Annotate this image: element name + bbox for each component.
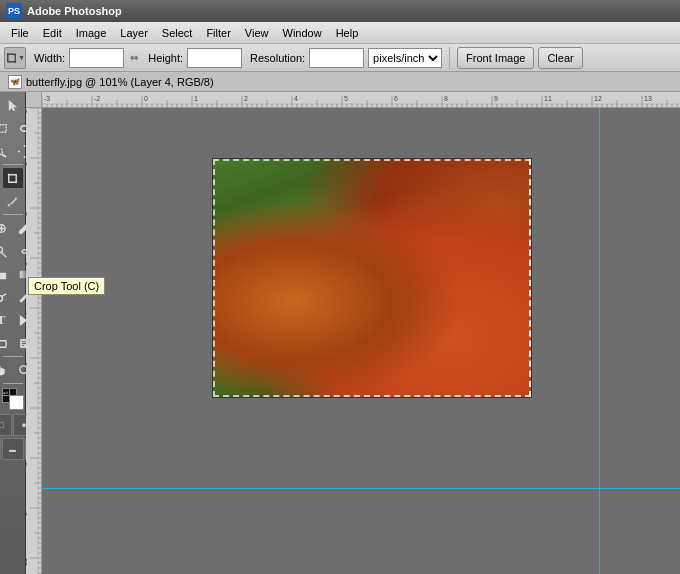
svg-text:4: 4 bbox=[26, 312, 28, 316]
svg-text:1: 1 bbox=[194, 95, 198, 102]
eraser-tool[interactable] bbox=[0, 263, 12, 285]
resolution-label: Resolution: bbox=[250, 52, 305, 64]
screen-mode-full-menu[interactable]: ▬ bbox=[2, 438, 24, 460]
svg-rect-15 bbox=[0, 272, 6, 279]
svg-rect-20 bbox=[0, 340, 6, 347]
screen-mode-standard[interactable]: ▭ bbox=[0, 438, 1, 460]
height-label: Height: bbox=[148, 52, 183, 64]
svg-marker-0 bbox=[9, 99, 17, 110]
svg-text:1: 1 bbox=[26, 212, 28, 216]
tool-preset-picker[interactable]: ▼ bbox=[4, 47, 26, 69]
menu-select[interactable]: Select bbox=[155, 25, 200, 41]
menu-view[interactable]: View bbox=[238, 25, 276, 41]
default-colors-icon[interactable]: ↩ bbox=[2, 388, 10, 396]
svg-text:6: 6 bbox=[394, 95, 398, 102]
crop-tool[interactable] bbox=[2, 167, 24, 189]
svg-text:5: 5 bbox=[344, 95, 348, 102]
move-tool[interactable] bbox=[2, 94, 24, 116]
svg-line-18 bbox=[1, 293, 6, 296]
svg-text:13: 13 bbox=[644, 95, 652, 102]
background-color[interactable] bbox=[9, 395, 24, 410]
svg-text:11: 11 bbox=[544, 95, 552, 102]
tool-separator-2 bbox=[3, 214, 23, 215]
marquee-rect-tool[interactable] bbox=[0, 117, 12, 139]
titlebar: PS Adobe Photoshop bbox=[0, 0, 680, 22]
tool-separator bbox=[3, 164, 23, 165]
height-input[interactable] bbox=[187, 48, 242, 68]
resolution-input[interactable] bbox=[309, 48, 364, 68]
hand-tool[interactable] bbox=[0, 359, 12, 381]
svg-point-3 bbox=[0, 148, 2, 154]
svg-point-13 bbox=[18, 230, 22, 234]
svg-text:-2: -2 bbox=[94, 95, 100, 102]
menu-filter[interactable]: Filter bbox=[199, 25, 237, 41]
menu-help[interactable]: Help bbox=[329, 25, 366, 41]
horizontal-ruler: // Will be drawn via JS below -3-2012456… bbox=[42, 92, 680, 108]
toolbar: T ↩ bbox=[0, 92, 26, 574]
svg-text:-3: -3 bbox=[44, 95, 50, 102]
type-icon: T bbox=[0, 312, 5, 328]
svg-text:2: 2 bbox=[244, 95, 248, 102]
healing-brush-tool[interactable] bbox=[0, 217, 12, 239]
svg-text:9: 9 bbox=[494, 95, 498, 102]
svg-text:9: 9 bbox=[26, 512, 28, 516]
clone-stamp-tool[interactable] bbox=[0, 240, 12, 262]
svg-text:0: 0 bbox=[144, 95, 148, 102]
vertical-ruler: -1013457891112 bbox=[26, 108, 42, 574]
svg-text:7: 7 bbox=[26, 412, 28, 416]
svg-text:3: 3 bbox=[26, 262, 28, 266]
eyedropper-tool[interactable] bbox=[2, 190, 24, 212]
menu-image[interactable]: Image bbox=[69, 25, 114, 41]
resolution-unit-select[interactable]: pixels/inch pixels/cm bbox=[368, 48, 442, 68]
svg-text:5: 5 bbox=[26, 362, 28, 366]
standard-mode[interactable]: □ bbox=[0, 414, 12, 436]
color-picker[interactable]: ↩ bbox=[2, 388, 24, 412]
doc-tab-title: butterfly.jpg @ 101% (Layer 4, RGB/8) bbox=[26, 76, 214, 88]
svg-text:8: 8 bbox=[26, 462, 28, 466]
menu-window[interactable]: Window bbox=[276, 25, 329, 41]
svg-line-4 bbox=[1, 154, 6, 157]
tool-separator-3 bbox=[3, 356, 23, 357]
svg-text:12: 12 bbox=[594, 95, 602, 102]
menu-layer[interactable]: Layer bbox=[113, 25, 155, 41]
shape-tool[interactable] bbox=[0, 332, 12, 354]
svg-text:11: 11 bbox=[26, 558, 28, 566]
quick-selection-tool[interactable] bbox=[0, 140, 12, 162]
type-tool[interactable]: T bbox=[0, 309, 12, 331]
tool-separator-4 bbox=[3, 383, 23, 384]
dodge-tool[interactable] bbox=[0, 286, 12, 308]
options-bar: ▼ Width: ⇔ Height: Resolution: pixels/in… bbox=[0, 44, 680, 72]
front-image-button[interactable]: Front Image bbox=[457, 47, 534, 69]
document-tab[interactable]: 🦋 butterfly.jpg @ 101% (Layer 4, RGB/8) bbox=[0, 72, 680, 92]
doc-tab-icon: 🦋 bbox=[8, 75, 22, 89]
menubar: File Edit Image Layer Select Filter View… bbox=[0, 22, 680, 44]
app-title: Adobe Photoshop bbox=[27, 5, 122, 17]
menu-file[interactable]: File bbox=[4, 25, 36, 41]
clear-button[interactable]: Clear bbox=[538, 47, 582, 69]
svg-text:4: 4 bbox=[294, 95, 298, 102]
svg-rect-1 bbox=[0, 124, 6, 131]
main-area: T ↩ bbox=[0, 92, 680, 574]
canvas-background[interactable] bbox=[42, 108, 680, 574]
svg-text:8: 8 bbox=[444, 95, 448, 102]
svg-text:-1: -1 bbox=[26, 110, 28, 116]
vertical-guide bbox=[599, 108, 600, 574]
width-input[interactable] bbox=[69, 48, 124, 68]
horizontal-guide bbox=[42, 488, 680, 489]
ps-app-icon: PS bbox=[6, 3, 22, 19]
ruler-corner bbox=[26, 92, 42, 108]
swap-icon[interactable]: ⇔ bbox=[130, 52, 138, 63]
canvas-image[interactable] bbox=[213, 159, 531, 397]
width-label: Width: bbox=[34, 52, 65, 64]
canvas-image-wrapper[interactable] bbox=[212, 158, 532, 398]
svg-point-14 bbox=[0, 246, 2, 252]
crop-right-edge bbox=[529, 159, 531, 397]
canvas-area: // Will be drawn via JS below -3-2012456… bbox=[26, 92, 680, 574]
svg-text:0: 0 bbox=[26, 162, 28, 166]
menu-edit[interactable]: Edit bbox=[36, 25, 69, 41]
